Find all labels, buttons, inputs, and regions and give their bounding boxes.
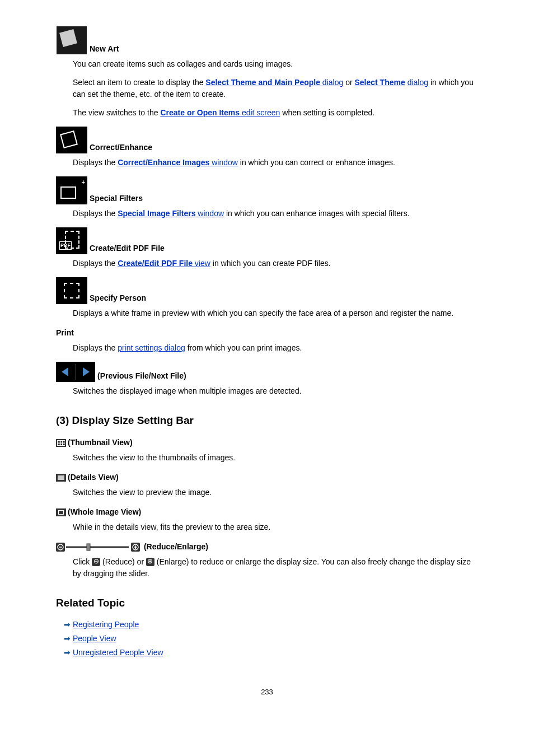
display-size-setting-bar-heading: (3) Display Size Setting Bar: [56, 413, 478, 429]
thumbnail-view-desc: Switches the view to the thumbnails of i…: [73, 452, 478, 464]
page-number: 233: [56, 687, 478, 698]
select-theme-dialog-link[interactable]: dialog: [407, 78, 428, 87]
arrow-icon: ➡: [64, 634, 71, 643]
arrow-icon: ➡: [64, 648, 71, 657]
print-settings-dialog-link[interactable]: print settings dialog: [118, 343, 185, 352]
text: Click: [73, 557, 92, 566]
new-art-heading: New Art: [56, 26, 478, 55]
reduce-enlarge-heading: (Reduce/Enlarge): [56, 541, 478, 553]
special-filters-heading: Special Filters: [56, 176, 478, 204]
whole-image-view-label: (Whole Image View): [68, 507, 141, 516]
details-view-heading: (Details View): [56, 472, 478, 483]
enlarge-icon: ⊕: [146, 558, 154, 566]
new-art-p2: Select an item to create to display the …: [73, 77, 478, 100]
text: Displays the: [73, 259, 118, 268]
text: Displays the: [73, 158, 118, 167]
reduce-enlarge-label: (Reduce/Enlarge): [144, 542, 208, 551]
prev-next-desc: Switches the displayed image when multip…: [73, 385, 478, 397]
pdf-label: Create/Edit PDF File: [90, 242, 165, 254]
details-view-desc: Switches the view to preview the image.: [73, 487, 478, 498]
unregistered-people-view-link[interactable]: Unregistered People View: [73, 648, 163, 657]
people-view-link[interactable]: People View: [73, 634, 116, 643]
text: (Reduce) or: [100, 557, 146, 566]
correct-enhance-heading: Correct/Enhance: [56, 127, 478, 153]
correct-enhance-images-link[interactable]: Correct/Enhance Images window: [118, 158, 238, 167]
prev-next-file-icon: [56, 362, 95, 382]
text: Select an item to create to display the: [73, 78, 205, 87]
arrow-icon: ➡: [64, 620, 71, 629]
details-view-icon: [56, 474, 66, 482]
text: Displays the: [73, 209, 118, 218]
select-theme-link[interactable]: Select Theme: [354, 78, 405, 87]
prev-next-label: (Previous File/Next File): [97, 370, 186, 382]
create-open-items-link[interactable]: Create or Open Items edit screen: [160, 108, 280, 117]
special-image-filters-link[interactable]: Special Image Filters window: [118, 209, 224, 218]
select-theme-main-people-link[interactable]: Select Theme and Main People dialog: [205, 78, 343, 87]
whole-image-view-icon: [56, 508, 66, 516]
special-filters-desc: Displays the Special Image Filters windo…: [73, 208, 478, 220]
text: in which you can correct or enhance imag…: [238, 158, 395, 167]
thumbnail-view-label: (Thumbnail View): [68, 438, 133, 447]
reduce-icon: ⊖: [92, 558, 100, 566]
text: The view switches to the: [73, 108, 160, 117]
reduce-enlarge-slider-icon: [56, 543, 140, 552]
list-item: ➡Registering People: [64, 619, 478, 631]
thumbnail-view-heading: (Thumbnail View): [56, 437, 478, 449]
correct-enhance-icon: [56, 127, 87, 153]
text: in which you can enhance images with spe…: [224, 209, 410, 218]
details-view-label: (Details View): [68, 473, 119, 482]
svg-rect-4: [87, 544, 90, 550]
specify-person-label: Specify Person: [90, 292, 146, 304]
correct-enhance-label: Correct/Enhance: [90, 142, 152, 153]
print-desc: Displays the print settings dialog from …: [73, 342, 478, 354]
new-art-label: New Art: [90, 43, 119, 55]
text: Displays the: [73, 343, 118, 352]
create-edit-pdf-link[interactable]: Create/Edit PDF File view: [118, 259, 210, 268]
specify-person-icon: [56, 277, 87, 304]
new-art-icon: [56, 26, 87, 55]
print-heading: Print: [56, 327, 478, 339]
new-art-desc: You can create items such as collages an…: [73, 58, 478, 119]
specify-person-heading: Specify Person: [56, 277, 478, 304]
whole-image-view-desc: While in the details view, fits the prev…: [73, 521, 478, 533]
special-filters-icon: [56, 176, 87, 204]
list-item: ➡Unregistered People View: [64, 647, 478, 659]
whole-image-view-heading: (Whole Image View): [56, 506, 478, 518]
pdf-desc: Displays the Create/Edit PDF File view i…: [73, 258, 478, 269]
text: from which you can print images.: [185, 343, 302, 352]
registering-people-link[interactable]: Registering People: [73, 620, 139, 629]
pdf-heading: Create/Edit PDF File: [56, 227, 478, 254]
specify-person-desc: Displays a white frame in preview with w…: [73, 307, 478, 319]
list-item: ➡People View: [64, 633, 478, 645]
related-topic-heading: Related Topic: [56, 595, 478, 612]
text: or: [343, 78, 354, 87]
prev-next-heading: (Previous File/Next File): [56, 362, 478, 382]
new-art-p1: You can create items such as collages an…: [73, 58, 478, 70]
correct-enhance-desc: Displays the Correct/Enhance Images wind…: [73, 157, 478, 169]
text: when setting is completed.: [280, 108, 374, 117]
text: in which you can create PDF files.: [210, 259, 331, 268]
pdf-icon: [56, 227, 87, 254]
thumbnail-view-icon: [56, 439, 66, 447]
new-art-p3: The view switches to the Create or Open …: [73, 107, 478, 119]
related-topic-list: ➡Registering People ➡People View ➡Unregi…: [64, 619, 478, 659]
special-filters-label: Special Filters: [90, 193, 143, 204]
reduce-enlarge-desc: Click ⊖ (Reduce) or ⊕ (Enlarge) to reduc…: [73, 556, 478, 580]
